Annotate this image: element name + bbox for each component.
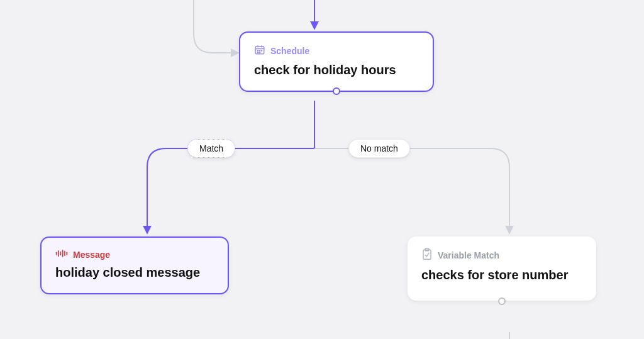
branch-pill-match[interactable]: Match	[187, 139, 235, 158]
node-type-label: Variable Match	[438, 250, 499, 260]
svg-point-5	[259, 50, 260, 51]
svg-point-6	[261, 50, 262, 51]
svg-point-4	[257, 50, 258, 51]
node-header: Variable Match	[421, 248, 582, 263]
node-type-label: Schedule	[270, 46, 309, 56]
node-title: checks for store number	[421, 267, 582, 283]
node-title: holiday closed message	[55, 264, 214, 281]
node-variable-match[interactable]: Variable Match checks for store number	[408, 236, 596, 301]
pill-label: No match	[360, 143, 398, 153]
pill-label: Match	[199, 143, 223, 153]
clipboard-check-icon	[421, 248, 433, 263]
node-header: Message	[55, 249, 214, 260]
node-message[interactable]: Message holiday closed message	[40, 236, 229, 294]
node-type-label: Message	[73, 250, 110, 260]
branch-pill-no-match[interactable]: No match	[348, 139, 410, 158]
output-port[interactable]	[333, 87, 340, 95]
node-header: Schedule	[254, 44, 419, 58]
svg-point-7	[257, 52, 258, 53]
svg-point-8	[259, 52, 260, 53]
output-port[interactable]	[498, 297, 506, 305]
node-schedule[interactable]: Schedule check for holiday hours	[239, 31, 434, 92]
node-title: check for holiday hours	[254, 62, 419, 78]
calendar-icon	[254, 44, 265, 58]
waveform-icon	[55, 249, 68, 260]
